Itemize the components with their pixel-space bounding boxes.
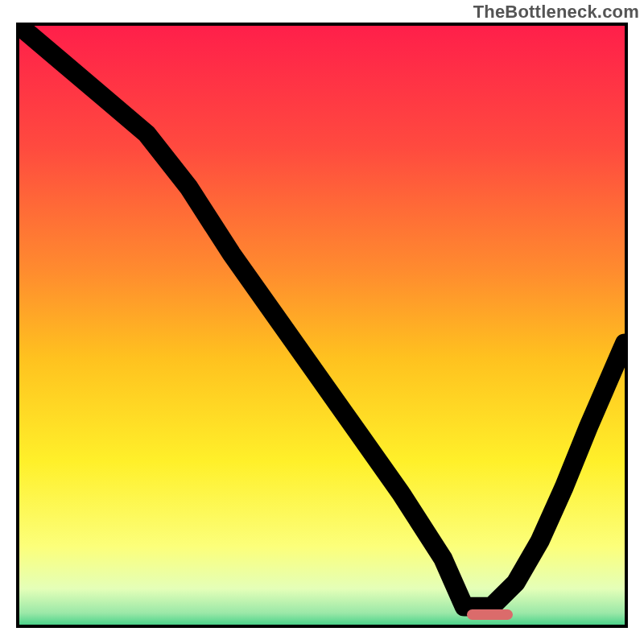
bottleneck-curve xyxy=(19,26,625,607)
curve-layer xyxy=(19,26,625,625)
plot-area xyxy=(16,23,628,628)
watermark-label: TheBottleneck.com xyxy=(473,2,639,23)
chart-frame: TheBottleneck.com xyxy=(0,0,644,644)
sweet-spot-marker xyxy=(467,609,512,620)
